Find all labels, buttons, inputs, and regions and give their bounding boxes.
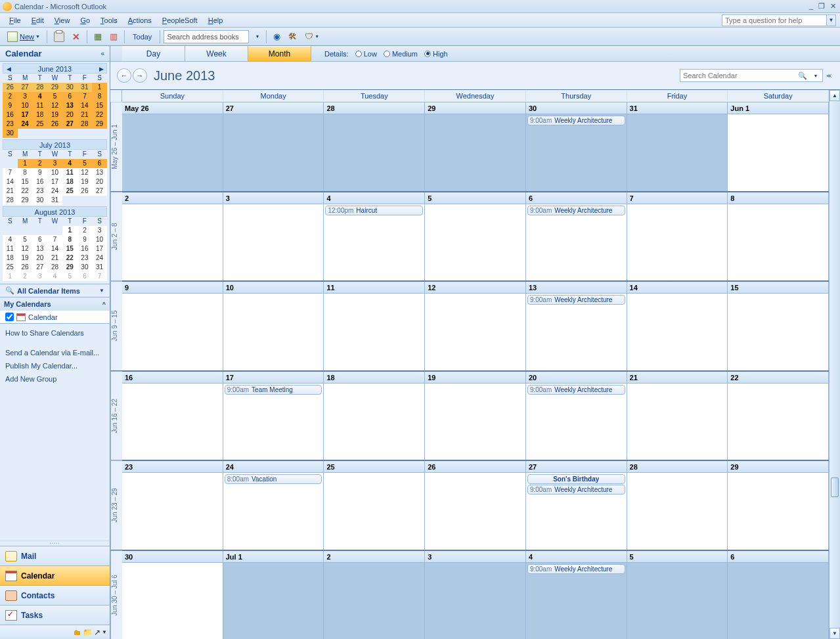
mini-day[interactable]: 11 bbox=[62, 168, 77, 177]
mini-day[interactable]: 13 bbox=[32, 244, 47, 253]
day-cell[interactable]: 2 bbox=[324, 551, 425, 640]
day-number[interactable]: May 26 bbox=[122, 102, 223, 114]
mini-day[interactable]: 29 bbox=[47, 83, 62, 92]
mini-day[interactable]: 4 bbox=[47, 272, 62, 281]
calendar-search[interactable]: 🔍 ▼ bbox=[680, 69, 823, 82]
day-number[interactable]: 14 bbox=[627, 282, 728, 294]
mini-day[interactable]: 3 bbox=[47, 159, 62, 168]
day-cell[interactable]: 14 bbox=[627, 282, 728, 370]
view-tab-day[interactable]: Day bbox=[122, 46, 185, 61]
mini-day[interactable]: 5 bbox=[77, 159, 93, 168]
mini-day[interactable]: 22 bbox=[18, 187, 33, 196]
mini-day[interactable]: 8 bbox=[18, 168, 33, 177]
day-number[interactable]: 2 bbox=[122, 192, 223, 204]
scrollbar[interactable]: ▲ ▼ bbox=[829, 90, 840, 639]
mini-day[interactable]: 1 bbox=[92, 83, 107, 92]
calendar-search-input[interactable] bbox=[680, 72, 796, 79]
mini-day[interactable]: 18 bbox=[62, 177, 77, 187]
mini-day[interactable]: 23 bbox=[3, 120, 18, 129]
view-button[interactable]: ▥ bbox=[106, 30, 121, 43]
appointment[interactable]: 9:00amWeekly Architecture bbox=[527, 385, 625, 395]
mini-day[interactable]: 18 bbox=[32, 110, 47, 120]
sidebar-link[interactable]: Send a Calendar via E-mail... bbox=[0, 346, 110, 359]
day-cell[interactable]: 209:00amWeekly Architecture bbox=[526, 372, 627, 460]
day-cell[interactable]: 16 bbox=[122, 372, 223, 460]
mini-day[interactable]: 28 bbox=[77, 120, 93, 129]
sidebar-link[interactable]: Add New Group bbox=[0, 372, 110, 386]
week-label[interactable]: Jun 30 – Jul 6 bbox=[110, 551, 122, 640]
day-cell[interactable]: 28 bbox=[627, 461, 728, 550]
mini-day[interactable]: 30 bbox=[3, 129, 18, 138]
mini-day[interactable]: 29 bbox=[62, 263, 77, 272]
mini-day[interactable]: 22 bbox=[62, 253, 77, 263]
day-cell[interactable]: 248:00amVacation bbox=[223, 461, 324, 550]
day-number[interactable]: 5 bbox=[627, 551, 728, 563]
mini-day[interactable]: 1 bbox=[3, 272, 18, 281]
mini-day[interactable]: 27 bbox=[62, 120, 77, 129]
mini-day[interactable]: 30 bbox=[62, 83, 77, 92]
address-book-search[interactable] bbox=[164, 30, 249, 43]
day-cell[interactable]: 6 bbox=[728, 551, 829, 640]
mini-day[interactable]: 31 bbox=[77, 83, 93, 92]
day-number[interactable]: 22 bbox=[728, 372, 828, 384]
mini-day[interactable]: 26 bbox=[77, 187, 93, 196]
mini-next[interactable]: ▶ bbox=[97, 64, 105, 74]
shortcuts-icon[interactable]: 📁 bbox=[83, 628, 93, 637]
mini-day[interactable]: 2 bbox=[3, 92, 18, 101]
help-dropdown[interactable]: ▼ bbox=[827, 14, 836, 26]
mini-day[interactable]: 9 bbox=[77, 235, 93, 244]
mini-day[interactable]: 5 bbox=[47, 92, 62, 101]
mini-day[interactable]: 16 bbox=[32, 177, 47, 187]
mini-day[interactable]: 3 bbox=[18, 92, 33, 101]
mini-prev[interactable]: ◀ bbox=[5, 64, 12, 74]
mini-day[interactable]: 17 bbox=[47, 177, 62, 187]
menu-edit[interactable]: Edit bbox=[26, 15, 49, 26]
mini-day[interactable]: 22 bbox=[92, 110, 107, 120]
all-calendar-items[interactable]: 🔍 All Calendar Items ▼ bbox=[0, 284, 110, 297]
day-number[interactable]: 29 bbox=[425, 102, 525, 114]
mini-day[interactable]: 29 bbox=[92, 120, 107, 129]
appointment[interactable]: 9:00amWeekly Architecture bbox=[527, 206, 625, 215]
menu-go[interactable]: Go bbox=[75, 15, 95, 26]
appointment[interactable]: 9:00amWeekly Architecture bbox=[527, 564, 625, 574]
mini-day[interactable]: 26 bbox=[3, 83, 18, 92]
mini-day[interactable]: 4 bbox=[32, 92, 47, 101]
mini-day[interactable]: 15 bbox=[92, 101, 107, 110]
mini-day[interactable]: 13 bbox=[92, 168, 107, 177]
nav-tasks[interactable]: Tasks bbox=[0, 605, 110, 625]
mini-day[interactable]: 26 bbox=[18, 263, 33, 272]
day-number[interactable]: 2 bbox=[324, 551, 424, 563]
day-number[interactable]: 6 bbox=[526, 192, 627, 204]
day-cell[interactable]: 5 bbox=[425, 192, 526, 281]
day-number[interactable]: 15 bbox=[728, 282, 828, 294]
week-label[interactable]: May 26 – Jun 1 bbox=[110, 102, 122, 191]
mini-day[interactable]: 8 bbox=[62, 235, 77, 244]
mini-day[interactable]: 20 bbox=[32, 253, 47, 263]
mini-cal-title[interactable]: ◀June 2013▶ bbox=[3, 63, 107, 74]
day-number[interactable]: 3 bbox=[223, 192, 324, 204]
mini-day[interactable]: 11 bbox=[32, 101, 47, 110]
day-cell[interactable]: 8 bbox=[728, 192, 829, 281]
print-button[interactable] bbox=[51, 30, 68, 44]
mini-day[interactable]: 13 bbox=[62, 101, 77, 110]
expand-icon[interactable]: ↗ bbox=[94, 628, 100, 637]
day-cell[interactable]: 412:00pmHaircut bbox=[324, 192, 425, 281]
mini-day[interactable]: 15 bbox=[62, 244, 77, 253]
day-cell[interactable]: Jun 1 bbox=[728, 102, 829, 191]
drag-grip[interactable]: ••••• bbox=[0, 540, 110, 546]
day-number[interactable]: 3 bbox=[425, 551, 525, 563]
mini-day[interactable]: 17 bbox=[18, 110, 33, 120]
week-label[interactable]: Jun 2 – 8 bbox=[110, 192, 122, 281]
mini-day[interactable]: 6 bbox=[77, 272, 93, 281]
mini-day[interactable]: 24 bbox=[47, 187, 62, 196]
mini-day[interactable]: 20 bbox=[92, 177, 107, 187]
mini-day[interactable]: 31 bbox=[47, 196, 62, 205]
delete-button[interactable]: ✕ bbox=[69, 30, 83, 43]
day-cell[interactable]: 18 bbox=[324, 372, 425, 460]
day-number[interactable]: 4 bbox=[526, 551, 627, 563]
day-cell[interactable]: 179:00amTeam Meeting bbox=[223, 372, 324, 460]
my-calendars-header[interactable]: My Calendars^ bbox=[0, 297, 110, 311]
help-button[interactable]: ◉ bbox=[270, 30, 284, 43]
mini-day[interactable]: 30 bbox=[77, 263, 93, 272]
mini-day[interactable]: 28 bbox=[32, 83, 47, 92]
